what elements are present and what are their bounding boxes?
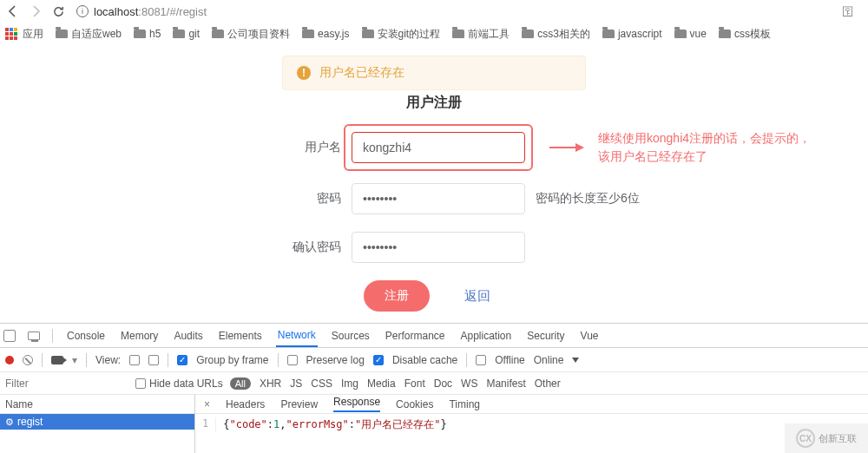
throttling-select[interactable]: Online	[534, 354, 564, 366]
return-link[interactable]: 返回	[464, 288, 490, 305]
devtools-tabs: Console Memory Audits Elements Network S…	[0, 324, 868, 348]
tab-preview[interactable]: Preview	[280, 398, 318, 410]
site-info-icon[interactable]: i	[76, 5, 89, 17]
group-by-frame-checkbox[interactable]: ✓	[177, 355, 187, 365]
separator	[86, 353, 87, 367]
view-large-icon[interactable]	[129, 355, 140, 365]
row-confirm: 确认密码	[0, 232, 868, 263]
confirm-input[interactable]	[352, 232, 525, 263]
view-label: View:	[95, 354, 121, 366]
tab-console[interactable]: Console	[65, 324, 107, 347]
filter-manifest[interactable]: Manifest	[486, 378, 525, 390]
filter-media[interactable]: Media	[367, 378, 396, 390]
filter-xhr[interactable]: XHR	[260, 378, 281, 390]
folder-icon	[674, 30, 687, 38]
tab-cookies[interactable]: Cookies	[396, 398, 433, 410]
clear-button[interactable]	[23, 355, 33, 365]
row-username: 用户名 继续使用konghi4注册的话，会提示的，该用户名已经存在了	[0, 129, 868, 166]
response-body[interactable]: 1 {"code":1,"errorMsg":"用户名已经存在"}	[195, 414, 868, 436]
bookmark-item[interactable]: git	[173, 28, 200, 40]
tab-performance[interactable]: Performance	[384, 324, 447, 347]
bookmark-item[interactable]: vue	[674, 28, 707, 40]
separator	[168, 353, 168, 367]
filter-input[interactable]	[0, 375, 130, 392]
bookmark-item[interactable]: 前端工具	[452, 27, 510, 42]
tab-elements[interactable]: Elements	[217, 324, 264, 347]
chevron-down-icon[interactable]	[572, 358, 579, 363]
reload-button[interactable]	[50, 3, 66, 19]
annotation-text: 继续使用konghi4注册的话，会提示的，该用户名已经存在了	[598, 129, 813, 166]
filter-icon[interactable]: ▾	[72, 354, 77, 366]
password-input[interactable]	[352, 183, 525, 214]
tab-audits[interactable]: Audits	[172, 324, 204, 347]
filter-doc[interactable]: Doc	[434, 378, 452, 390]
bookmark-item[interactable]: 自适应web	[56, 27, 122, 42]
filter-css[interactable]: CSS	[311, 378, 332, 390]
exclamation-icon: !	[297, 66, 311, 80]
filter-other[interactable]: Other	[535, 378, 561, 390]
forward-button[interactable]	[28, 3, 43, 19]
folder-icon	[302, 30, 314, 38]
tab-headers[interactable]: Headers	[226, 398, 265, 410]
back-button[interactable]	[5, 3, 21, 19]
bookmark-item[interactable]: javascript	[602, 28, 662, 40]
request-name: regist	[17, 416, 43, 428]
request-row[interactable]: ⚙ regist	[0, 414, 194, 430]
folder-icon	[134, 30, 146, 38]
screenshot-icon[interactable]	[51, 356, 63, 364]
folder-icon	[362, 30, 374, 38]
record-button[interactable]	[5, 356, 14, 364]
apps-shortcut[interactable]: 应用	[5, 27, 43, 42]
close-detail-button[interactable]: ×	[204, 398, 210, 410]
separator	[466, 353, 467, 367]
tab-memory[interactable]: Memory	[119, 324, 160, 347]
filter-js[interactable]: JS	[290, 378, 302, 390]
inspect-element-icon[interactable]	[3, 330, 16, 342]
tab-response[interactable]: Response	[333, 396, 380, 412]
offline-checkbox[interactable]	[476, 355, 486, 365]
tab-vue[interactable]: Vue	[579, 324, 601, 347]
bookmark-item[interactable]: css3相关的	[522, 27, 590, 42]
folder-icon	[173, 30, 185, 38]
tab-network[interactable]: Network	[276, 324, 318, 347]
device-toolbar-icon[interactable]	[28, 332, 40, 340]
request-list-header: Name	[0, 395, 194, 414]
tab-security[interactable]: Security	[525, 324, 566, 347]
tab-sources[interactable]: Sources	[330, 324, 372, 347]
saved-password-icon[interactable]: ⚿	[842, 4, 863, 18]
disable-cache-checkbox[interactable]: ✓	[373, 355, 384, 365]
submit-button[interactable]: 注册	[364, 280, 430, 312]
folder-icon	[56, 30, 68, 38]
view-small-icon[interactable]	[148, 355, 159, 365]
username-input[interactable]	[352, 132, 525, 163]
gear-icon: ⚙	[5, 417, 14, 428]
confirm-input-wrap	[352, 232, 525, 263]
bookmark-item[interactable]: css模板	[719, 27, 771, 42]
folder-icon	[522, 30, 534, 38]
warning-alert: ! 用户名已经存在	[282, 56, 586, 90]
bookmark-item[interactable]: h5	[134, 28, 161, 40]
filter-font[interactable]: Font	[404, 378, 425, 390]
detail-tabs: × Headers Preview Response Cookies Timin…	[195, 395, 868, 414]
filter-ws[interactable]: WS	[461, 378, 477, 390]
annotation-arrow	[549, 143, 584, 152]
hide-data-urls-checkbox[interactable]	[135, 378, 146, 389]
separator	[42, 353, 43, 367]
address-bar[interactable]: i localhost:8081/#/regist	[73, 2, 835, 21]
folder-icon	[452, 30, 464, 38]
password-input-wrap	[352, 183, 525, 214]
url-host: localhost:8081/#/regist	[94, 5, 207, 18]
filter-img[interactable]: Img	[341, 378, 358, 390]
hide-data-urls-label: Hide data URLs	[149, 378, 223, 390]
bookmark-item[interactable]: 安装git的过程	[362, 27, 441, 42]
filter-all[interactable]: All	[230, 378, 251, 390]
folder-icon	[602, 30, 615, 38]
tab-application[interactable]: Application	[459, 324, 514, 347]
alert-text: 用户名已经存在	[319, 65, 404, 81]
preserve-log-checkbox[interactable]	[287, 355, 298, 365]
tab-timing[interactable]: Timing	[449, 398, 480, 410]
bookmark-item[interactable]: 公司项目资料	[212, 27, 290, 42]
network-body: Name ⚙ regist × Headers Preview Response…	[0, 395, 868, 453]
request-list: Name ⚙ regist	[0, 395, 195, 453]
bookmark-item[interactable]: easy.js	[302, 28, 349, 40]
